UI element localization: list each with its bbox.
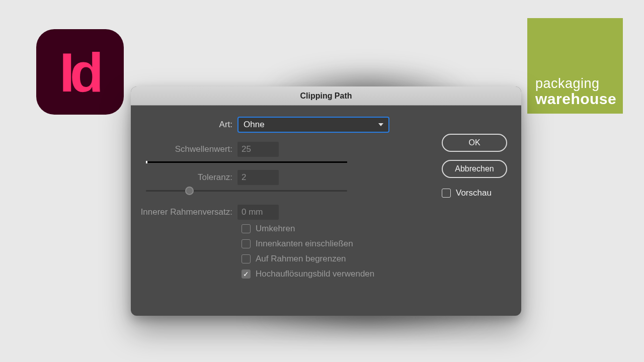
slider-thumb[interactable] (185, 187, 194, 195)
indesign-app-icon: I d (36, 29, 124, 115)
cancel-button[interactable]: Abbrechen (442, 160, 507, 178)
checkbox-checked-icon: ✓ (242, 269, 251, 279)
art-label: Art: (131, 120, 237, 130)
innenkanten-label: Innenkanten einschließen (256, 239, 353, 249)
umkehren-checkbox-row[interactable]: Umkehren (242, 224, 413, 234)
auf-rahmen-checkbox-row[interactable]: Auf Rahmen begrenzen (242, 254, 413, 264)
auf-rahmen-label: Auf Rahmen begrenzen (256, 254, 346, 264)
logo-line-2: warehouse (535, 90, 615, 108)
toleranz-slider[interactable] (146, 190, 347, 192)
toleranz-value: 2 (242, 172, 246, 183)
preview-label: Vorschau (456, 188, 492, 198)
preview-checkbox-row[interactable]: Vorschau (442, 188, 507, 198)
checkbox-icon (442, 189, 451, 198)
logo-line-1: packaging (535, 76, 615, 92)
umkehren-label: Umkehren (256, 224, 295, 234)
hochaufloesung-checkbox-row[interactable]: ✓ Hochauflösungsbild verwenden (242, 269, 413, 279)
art-dropdown[interactable]: Ohne (237, 117, 389, 133)
checkbox-icon (242, 239, 251, 248)
checkbox-icon (242, 254, 251, 263)
schwellenwert-input[interactable]: 25 (237, 142, 279, 157)
packaging-warehouse-logo: packaging warehouse (527, 18, 623, 114)
ok-button[interactable]: OK (442, 134, 507, 152)
clipping-path-dialog: Clipping Path Art: Ohne Schwellenwert: 2… (131, 86, 521, 316)
form-area: Art: Ohne Schwellenwert: 25 Toleranz: (131, 106, 413, 284)
app-icon-letter-d: d (70, 47, 101, 97)
toleranz-label: Toleranz: (131, 172, 237, 183)
toleranz-input[interactable]: 2 (237, 170, 279, 185)
checkbox-icon (242, 224, 251, 233)
innerer-rahmenversatz-label: Innerer Rahmenversatz: (131, 207, 237, 217)
schwellenwert-label: Schwellenwert: (131, 144, 237, 154)
dialog-titlebar: Clipping Path (131, 86, 521, 106)
art-dropdown-value: Ohne (244, 120, 265, 130)
innerer-rahmenversatz-value: 0 mm (242, 207, 263, 217)
chevron-down-icon (378, 123, 383, 126)
dialog-buttons: OK Abbrechen Vorschau (442, 134, 507, 198)
hochaufloesung-label: Hochauflösungsbild verwenden (256, 269, 374, 279)
innenkanten-checkbox-row[interactable]: Innenkanten einschließen (242, 239, 413, 249)
schwellenwert-value: 25 (242, 144, 251, 154)
innerer-rahmenversatz-input[interactable]: 0 mm (237, 205, 279, 220)
dialog-title: Clipping Path (300, 92, 352, 101)
dialog-content: Art: Ohne Schwellenwert: 25 Toleranz: (131, 106, 521, 126)
